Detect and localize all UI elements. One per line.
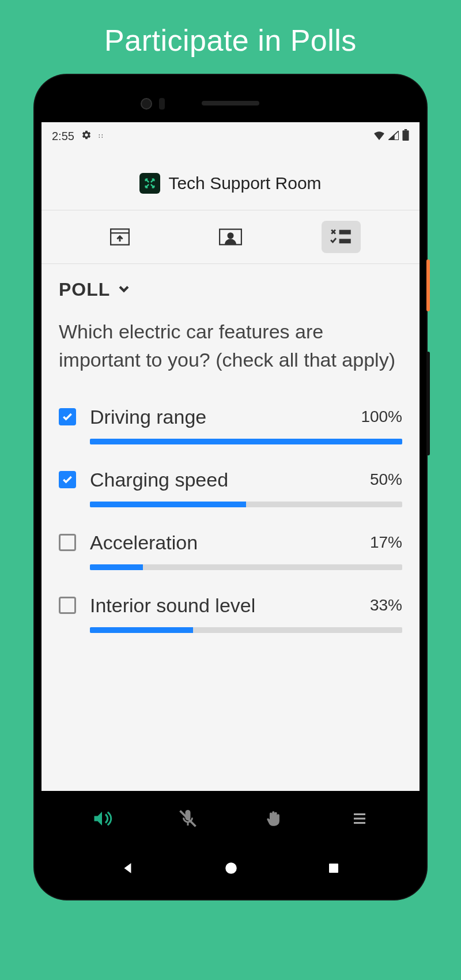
poll-option[interactable]: Acceleration 17% — [59, 532, 402, 570]
chevron-down-icon — [116, 281, 132, 299]
volume-button — [426, 352, 430, 455]
option-percent: 33% — [370, 596, 402, 615]
status-bar: 2:55 ∷ — [41, 122, 420, 150]
checkbox[interactable] — [59, 534, 76, 551]
camera-icon — [141, 98, 152, 110]
svg-rect-14 — [329, 864, 338, 873]
speaker-icon — [202, 101, 259, 105]
poll-header[interactable]: POLL — [59, 279, 402, 300]
poll-question: Which electric car features are importan… — [59, 318, 402, 375]
mic-muted-button[interactable] — [171, 801, 205, 836]
progress-fill — [90, 564, 143, 570]
progress-fill — [90, 627, 193, 633]
svg-rect-7 — [339, 239, 351, 243]
wifi-icon — [373, 130, 385, 143]
progress-bar — [90, 439, 402, 444]
progress-fill — [90, 502, 246, 507]
progress-bar — [90, 502, 402, 507]
svg-point-5 — [228, 233, 233, 238]
svg-rect-1 — [405, 129, 407, 130]
checkbox[interactable] — [59, 471, 76, 488]
tab-share[interactable] — [100, 221, 139, 253]
cell-signal-icon — [388, 130, 399, 143]
option-label: Interior sound level — [90, 594, 356, 617]
tab-attendees[interactable] — [211, 221, 250, 253]
nav-home-button[interactable] — [224, 861, 239, 878]
tab-polls[interactable] — [322, 221, 361, 253]
option-percent: 50% — [370, 470, 402, 489]
gear-icon — [81, 130, 92, 143]
room-header: Tech Support Room — [41, 150, 420, 210]
sensor-icon — [159, 98, 165, 110]
toolbar — [41, 210, 420, 264]
menu-button[interactable] — [342, 801, 377, 836]
option-label: Charging speed — [90, 469, 356, 491]
hero-title: Participate in Polls — [104, 23, 357, 58]
poll-option[interactable]: Charging speed 50% — [59, 469, 402, 507]
poll-option[interactable]: Interior sound level 33% — [59, 594, 402, 633]
phone-bezel-top — [41, 82, 420, 122]
status-dots-icon: ∷ — [99, 132, 102, 140]
screen: 2:55 ∷ — [41, 122, 420, 846]
option-label: Driving range — [90, 406, 347, 428]
checkbox[interactable] — [59, 408, 76, 425]
option-percent: 100% — [361, 408, 402, 426]
room-title: Tech Support Room — [168, 174, 321, 193]
poll-label: POLL — [59, 279, 110, 300]
raise-hand-button[interactable] — [256, 801, 291, 836]
svg-rect-6 — [339, 230, 351, 235]
progress-fill — [90, 439, 402, 444]
status-time: 2:55 — [52, 130, 74, 143]
battery-icon — [402, 129, 409, 144]
checkbox[interactable] — [59, 597, 76, 614]
nav-recents-button[interactable] — [327, 861, 341, 877]
progress-bar — [90, 627, 402, 633]
poll-option[interactable]: Driving range 100% — [59, 406, 402, 444]
option-percent: 17% — [370, 533, 402, 552]
svg-rect-0 — [402, 130, 409, 141]
svg-point-13 — [225, 862, 237, 874]
android-nav-bar — [41, 846, 420, 892]
speaker-button[interactable] — [85, 801, 119, 836]
bottom-bar — [41, 791, 420, 846]
progress-bar — [90, 564, 402, 570]
phone-frame: 2:55 ∷ — [35, 75, 426, 899]
nav-back-button[interactable] — [120, 861, 135, 878]
room-icon — [139, 173, 160, 194]
power-button — [426, 259, 430, 311]
option-label: Acceleration — [90, 532, 356, 554]
main-content: POLL Which electric car features are imp… — [41, 264, 420, 791]
